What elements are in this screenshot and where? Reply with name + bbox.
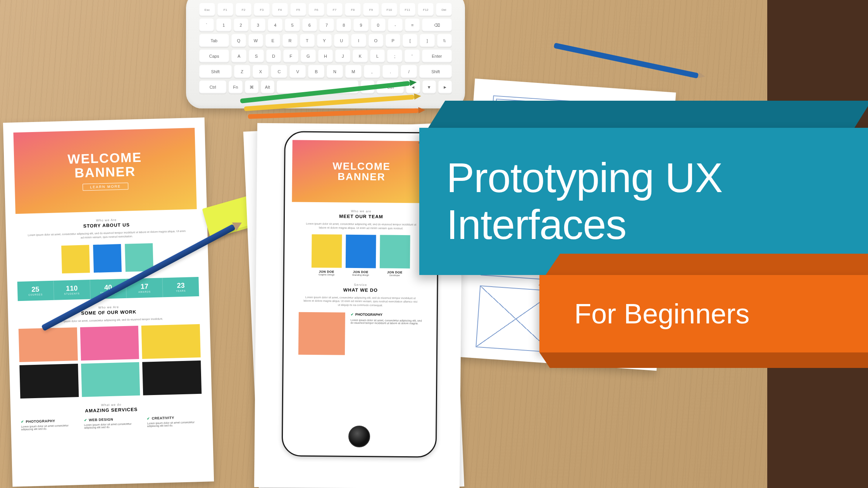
keyboard-key: Shift: [199, 65, 232, 78]
keyboard-key: F10: [381, 3, 397, 16]
keyboard-key: Y: [317, 34, 332, 47]
keyboard-key: [: [403, 34, 417, 47]
keyboard-key: U: [334, 34, 349, 47]
stat-cell: 23YEARS: [163, 277, 199, 297]
keyboard-key: F3: [254, 3, 270, 16]
keyboard-key: Z: [234, 65, 250, 78]
keyboard-key: F12: [418, 3, 434, 16]
keyboard-key: 6: [302, 19, 317, 32]
swatch: [61, 245, 90, 273]
welcome-banner-left: WELCOMEBANNER LEARN MORE: [13, 128, 196, 214]
keyboard-key: 7: [319, 19, 334, 32]
keyboard-key: /: [401, 65, 417, 78]
keyboard-key: `: [199, 19, 214, 32]
keyboard-key: F6: [308, 3, 324, 16]
keyboard-key: 2: [234, 19, 248, 32]
work-tile: [80, 326, 139, 361]
keyboard-key: ,: [364, 65, 380, 78]
work-tile: [81, 362, 140, 397]
keyboard-key: ': [405, 50, 420, 63]
keyboard-key: F1: [217, 3, 233, 16]
phone-frame: WELCOMEBANNER Who we are MEET OUR TEAM L…: [282, 131, 439, 457]
keyboard-key: J: [335, 50, 350, 63]
keyboard-key: 3: [251, 19, 265, 32]
section-title-team: MEET OUR TEAM: [292, 213, 431, 220]
keyboard-key: F9: [363, 3, 379, 16]
stats-bar: 25COURSES110STUDENTS40TEACHERS17AWARDS23…: [17, 277, 199, 301]
team-member: JON DOEGraphic Design: [312, 234, 342, 276]
keyboard-key: K: [353, 50, 368, 63]
keyboard-key: Shift: [419, 65, 452, 78]
keyboard-key: ►: [438, 81, 452, 94]
keyboard-key: G: [301, 50, 316, 63]
keyboard-key: Ctrl: [199, 81, 226, 94]
swatch: [93, 244, 122, 273]
slide-subtitle: For Beginners: [574, 298, 749, 330]
keyboard-key: D: [266, 50, 281, 63]
keyboard-key: L: [370, 50, 385, 63]
keyboard-key: Esc: [199, 3, 215, 16]
keyboard-key: F11: [400, 3, 415, 16]
keyboard-key: F4: [272, 3, 288, 16]
services-row: ✔PHOTOGRAPHYLorem ipsum dolor sit amet c…: [21, 415, 203, 431]
keyboard-key: F: [283, 50, 298, 63]
phone-home-button: [348, 426, 370, 447]
work-grid: [19, 324, 202, 399]
keyboard-key: V: [289, 65, 306, 78]
keyboard-key: B: [308, 65, 324, 78]
feature-image: [298, 312, 345, 355]
keyboard-key: F8: [345, 3, 361, 16]
keyboard-key: T: [300, 34, 315, 47]
keyboard-key: .: [382, 65, 399, 78]
keyboard-key: \\: [437, 34, 452, 47]
feature-label: PHOTOGRAPHY: [355, 313, 382, 317]
keyboard-key: 8: [336, 19, 351, 32]
keyboard-key: ▼: [422, 81, 436, 94]
team-member: JON DOEDeveloper: [380, 235, 410, 277]
keyboard-key: -: [388, 19, 403, 32]
stat-cell: 110STUDENTS: [53, 280, 90, 300]
keyboard-key: N: [327, 65, 343, 78]
keyboard-key: O: [369, 34, 383, 47]
stat-cell: 25COURSES: [17, 280, 54, 301]
service-item: ✔PHOTOGRAPHYLorem ipsum dolor sit amet c…: [21, 419, 76, 431]
printed-mockup-page: WELCOMEBANNER LEARN MORE Who we Are STOR…: [3, 117, 214, 486]
keyboard-key: M: [345, 65, 362, 78]
keyboard-key: I: [351, 34, 366, 47]
keyboard-key: ⌘: [245, 81, 258, 94]
section-title-whatwedo: WHAT WE DO: [291, 287, 430, 293]
keyboard-key: ;: [387, 50, 402, 63]
keyboard-key: 0: [371, 19, 386, 32]
keyboard-key: S: [249, 50, 264, 63]
keyboard-key: Tab: [199, 34, 229, 47]
team-row: JON DOEGraphic DesignJON DOEBranding des…: [291, 234, 431, 277]
work-tile: [19, 328, 78, 363]
keyboard-key: Caps: [199, 50, 229, 63]
keyboard-key: W: [248, 34, 263, 47]
keyboard-key: 5: [285, 19, 300, 32]
welcome-banner-phone: WELCOMEBANNER: [292, 140, 431, 203]
keyboard-key: C: [271, 65, 287, 78]
keyboard-key: H: [318, 50, 333, 63]
keyboard-key: F5: [290, 3, 306, 16]
work-tile: [141, 324, 201, 359]
keyboard-key: ]: [420, 34, 434, 47]
keyboard-key: Enter: [422, 50, 452, 63]
keyboard-key: E: [265, 34, 280, 47]
subtitle-block-orange-bottom: [539, 352, 868, 368]
slide-title: Prototyping UX Interfaces: [446, 155, 868, 248]
keyboard-key: X: [253, 65, 269, 78]
title-block-teal: Prototyping UX Interfaces: [419, 128, 868, 275]
service-item: ✔WEB DESIGNLorem ipsum dolor sit amet co…: [84, 417, 140, 429]
service-item: ✔CREATIVITYLorem ipsum dolor sit amet co…: [147, 415, 202, 428]
swatch: [125, 243, 153, 272]
keyboard-key: Del: [436, 3, 452, 16]
keyboard-key: Alt: [261, 81, 274, 94]
keyboard-key: F7: [327, 3, 343, 16]
work-tile: [19, 364, 79, 399]
keyboard-key: 4: [268, 19, 282, 32]
banner-button: LEARN MORE: [83, 182, 128, 191]
keyboard-key: 1: [216, 19, 231, 32]
keyboard-key: F2: [236, 3, 251, 16]
work-tile: [142, 361, 202, 395]
